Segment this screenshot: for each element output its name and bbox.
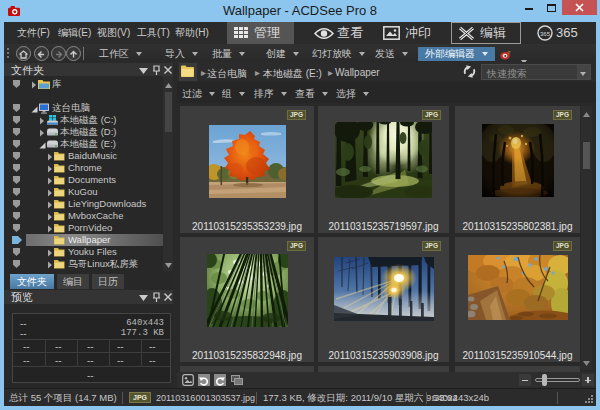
svg-text:365: 365	[540, 31, 551, 37]
